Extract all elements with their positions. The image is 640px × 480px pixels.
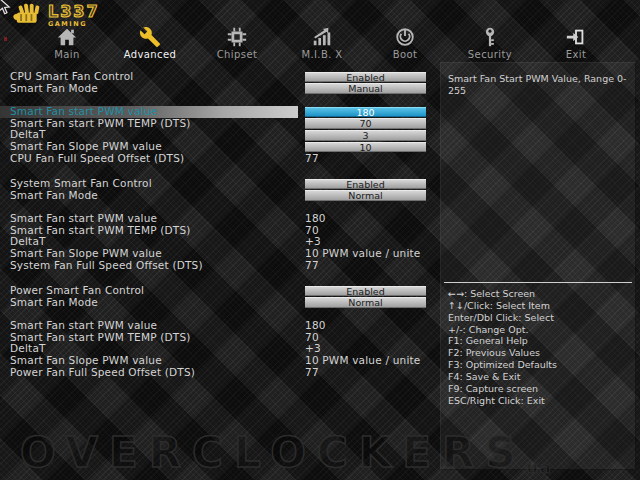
capture-artifact bbox=[4, 37, 7, 41]
setting-row[interactable]: System Fan Full Speed Offset (DTS) 77 bbox=[0, 260, 434, 272]
setting-value-text: 10 PWM value / unite bbox=[305, 355, 421, 367]
setting-label: Smart Fan start PWM value bbox=[10, 213, 157, 225]
key-icon bbox=[445, 24, 535, 48]
chip-icon bbox=[192, 24, 282, 48]
section-cpu: CPU Smart Fan Control Enabled Smart Fan … bbox=[0, 71, 434, 165]
wrench-icon bbox=[105, 24, 195, 48]
setting-label: System Smart Fan Control bbox=[10, 178, 152, 190]
setting-row[interactable]: Smart Fan Mode Normal bbox=[0, 297, 434, 309]
tab-boot[interactable]: Boot bbox=[360, 24, 450, 60]
setting-value-box[interactable]: 3 bbox=[305, 130, 426, 141]
tab-exit[interactable]: Exit bbox=[531, 24, 621, 60]
hotkey-line: +/-: Change Opt. bbox=[448, 324, 632, 336]
setting-value-box[interactable]: Normal bbox=[305, 297, 426, 308]
hotkey-line: ↑↓/Click: Select Item bbox=[448, 300, 632, 312]
hotkey-line: ←→: Select Screen bbox=[448, 288, 632, 300]
home-icon bbox=[22, 24, 112, 48]
hotkey-line: F2: Previous Values bbox=[448, 347, 632, 359]
nav-tabs: Main Advanced Chipset M.I.B. X Boot Secu… bbox=[0, 24, 640, 64]
tab-label: Boot bbox=[360, 49, 450, 60]
setting-row[interactable]: Smart Fan start PWM TEMP (DTS) 70 bbox=[0, 332, 434, 344]
setting-row[interactable]: Smart Fan Mode Normal bbox=[0, 190, 434, 202]
chart-icon bbox=[277, 24, 367, 48]
setting-value-text: 77 bbox=[305, 367, 319, 379]
tab-label: Main bbox=[22, 49, 112, 60]
tab-chipset[interactable]: Chipset bbox=[192, 24, 282, 60]
tab-advanced[interactable]: Advanced bbox=[105, 24, 195, 60]
hotkey-line: F3: Optimized Defaults bbox=[448, 359, 632, 371]
hotkey-line: ESC/Right Click: Exit bbox=[448, 395, 632, 407]
logo-title: L337 bbox=[48, 2, 100, 21]
setting-value-text: 77 bbox=[305, 153, 319, 165]
setting-label: Smart Fan start PWM value bbox=[10, 106, 157, 118]
bios-screen: { "logo": { "title": "L337", "subtitle":… bbox=[0, 0, 640, 480]
tab-label: Advanced bbox=[105, 49, 195, 60]
hotkey-line: Enter/Dbl Click: Select bbox=[448, 312, 632, 324]
exit-icon bbox=[531, 24, 621, 48]
setting-value-box[interactable]: 10 bbox=[305, 142, 426, 153]
section-power: Power Smart Fan Control Enabled Smart Fa… bbox=[0, 285, 434, 379]
setting-row[interactable]: Smart Fan start PWM TEMP (DTS) 70 bbox=[0, 118, 434, 130]
tab-label: Chipset bbox=[192, 49, 282, 60]
tab-label: Exit bbox=[531, 49, 621, 60]
hotkey-line: F4: Save & Exit bbox=[448, 371, 632, 383]
tab-main[interactable]: Main bbox=[22, 24, 112, 60]
help-panel: Smart Fan Start PWM Value, Range 0-255 ←… bbox=[440, 62, 636, 470]
hotkey-list: ←→: Select Screen↑↓/Click: Select ItemEn… bbox=[448, 288, 632, 406]
setting-value-box[interactable]: Enabled bbox=[305, 72, 426, 83]
tab-security[interactable]: Security bbox=[445, 24, 535, 60]
setting-value-box[interactable]: Enabled bbox=[305, 286, 426, 297]
setting-label: Smart Fan Mode bbox=[10, 83, 98, 95]
setting-label: Power Smart Fan Control bbox=[10, 285, 144, 297]
setting-label: CPU Fan Full Speed Offset (DTS) bbox=[10, 153, 184, 165]
setting-label: System Fan Full Speed Offset (DTS) bbox=[10, 260, 203, 272]
setting-value-box[interactable]: 180 bbox=[305, 107, 426, 118]
setting-value-text: 180 bbox=[305, 320, 326, 332]
setting-row[interactable]: Power Fan Full Speed Offset (DTS) 77 bbox=[0, 367, 434, 379]
tab-label: Security bbox=[445, 49, 535, 60]
setting-row[interactable]: CPU Fan Full Speed Offset (DTS) 77 bbox=[0, 153, 434, 165]
mouse-cursor-icon bbox=[0, 0, 13, 19]
setting-row[interactable]: Smart Fan start PWM value 180 bbox=[0, 320, 434, 332]
setting-row[interactable]: Power Smart Fan Control Enabled bbox=[0, 285, 434, 297]
tab-m-i-b-x[interactable]: M.I.B. X bbox=[277, 24, 367, 60]
setting-value-text: 180 bbox=[305, 213, 326, 225]
section-system: System Smart Fan Control Enabled Smart F… bbox=[0, 178, 434, 272]
setting-row[interactable]: Smart Fan start PWM TEMP (DTS) 70 bbox=[0, 225, 434, 237]
help-separator bbox=[444, 282, 632, 283]
setting-value-box[interactable]: Normal bbox=[305, 190, 426, 201]
setting-label: Smart Fan Mode bbox=[10, 190, 98, 202]
setting-label: CPU Smart Fan Control bbox=[10, 71, 133, 83]
setting-row[interactable]: Smart Fan Mode Manual bbox=[0, 83, 434, 95]
setting-label: Smart Fan start PWM value bbox=[10, 320, 157, 332]
setting-value-box[interactable]: 70 bbox=[305, 118, 426, 129]
setting-value-text: 10 PWM value / unite bbox=[305, 248, 421, 260]
hotkey-line: F1: General Help bbox=[448, 335, 632, 347]
setting-row[interactable]: Smart Fan start PWM value 180 bbox=[0, 106, 434, 118]
tab-label: M.I.B. X bbox=[277, 49, 367, 60]
setting-label: Power Fan Full Speed Offset (DTS) bbox=[10, 367, 195, 379]
setting-row[interactable]: System Smart Fan Control Enabled bbox=[0, 178, 434, 190]
setting-row[interactable]: CPU Smart Fan Control Enabled bbox=[0, 71, 434, 83]
setting-row[interactable]: Smart Fan start PWM value 180 bbox=[0, 213, 434, 225]
hotkey-line: F9: Capture screen bbox=[448, 383, 632, 395]
setting-value-text: 77 bbox=[305, 260, 319, 272]
setting-value-box[interactable]: Enabled bbox=[305, 179, 426, 190]
help-description: Smart Fan Start PWM Value, Range 0-255 bbox=[448, 73, 630, 96]
boot-icon bbox=[360, 24, 450, 48]
setting-label: Smart Fan Mode bbox=[10, 297, 98, 309]
setting-value-box[interactable]: Manual bbox=[305, 83, 426, 94]
